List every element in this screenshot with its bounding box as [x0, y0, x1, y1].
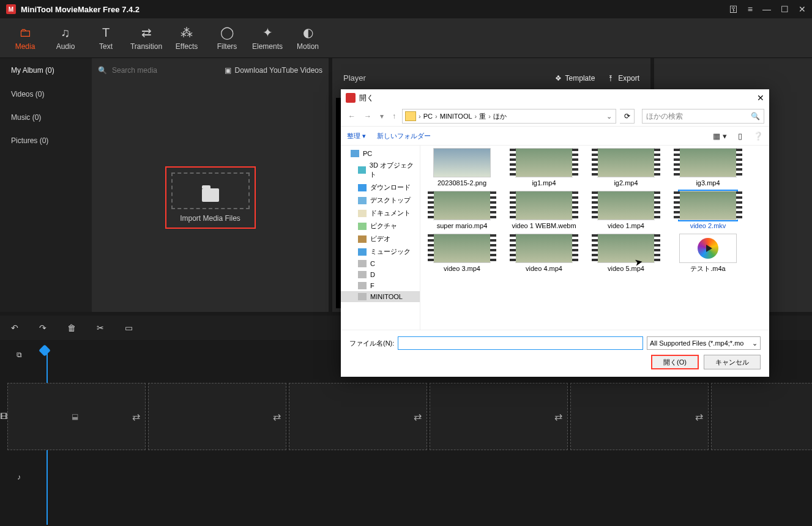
address-bar[interactable]: ›PC ›MINITOOL ›重 ›ほか ⌄	[402, 109, 616, 124]
file-item[interactable]: video 2.mkv	[671, 191, 745, 230]
tree-item-video[interactable]: ビデオ	[341, 232, 420, 245]
sidebar-item-pictures[interactable]: Pictures (0)	[11, 136, 81, 145]
add-track-icon[interactable]: ⧉	[17, 350, 22, 359]
tab-media[interactable]: 🗀Media	[5, 18, 45, 57]
template-button[interactable]: ❖Template	[555, 74, 595, 83]
clip-slot[interactable]: ⇄	[711, 383, 812, 450]
help-icon[interactable]: ❔	[753, 132, 763, 141]
tab-transition[interactable]: ⇄Transition	[126, 18, 166, 57]
file-open-dialog: 開く ✕ ← → ▾ ↑ ›PC ›MINITOOL ›重 ›ほか ⌄ ⟳ ほか…	[341, 89, 769, 377]
nav-recent-icon[interactable]: ▾	[378, 112, 386, 120]
crop-icon[interactable]: ▭	[125, 323, 133, 333]
chevron-down-icon: ⌄	[752, 339, 758, 347]
view-menu-icon[interactable]: ▦ ▾	[713, 132, 727, 141]
tab-audio[interactable]: ♫Audio	[45, 18, 86, 57]
sidebar-item-videos[interactable]: Videos (0)	[11, 90, 81, 98]
tree-item-minitool[interactable]: MINITOOL	[341, 291, 420, 302]
file-name: video 5.mp4	[608, 265, 644, 273]
tree-item-document[interactable]: ドキュメント	[341, 207, 420, 220]
audio-track[interactable]	[38, 453, 812, 502]
clip-slot[interactable]: ⇄	[570, 383, 709, 450]
maximize-icon[interactable]: ☐	[781, 4, 789, 14]
file-item[interactable]: video 3.mp4	[425, 234, 499, 273]
tab-effects[interactable]: ⁂Effects	[166, 18, 207, 57]
preview-pane-icon[interactable]: ▯	[738, 132, 742, 141]
tree-item-f[interactable]: F	[341, 280, 420, 291]
youtube-icon: ▣	[225, 66, 231, 75]
my-album-tab[interactable]: My Album (0)	[0, 66, 92, 75]
refresh-icon[interactable]: ⟳	[620, 109, 635, 124]
file-item[interactable]: 20230815-2.png	[425, 148, 499, 187]
tree-item-c[interactable]: C	[341, 258, 420, 269]
transition-slot-icon[interactable]: ⇄	[273, 411, 281, 423]
clip-slot[interactable]: ⬓⇄	[7, 383, 146, 450]
file-item[interactable]: ig2.mp4	[589, 148, 663, 187]
tree-item-d[interactable]: D	[341, 269, 420, 280]
file-item[interactable]: super mario.mp4	[425, 191, 499, 230]
filename-label: ファイル名(N):	[349, 339, 394, 348]
effects-icon: ⁂	[181, 25, 193, 40]
file-item[interactable]: video 5.mp4	[589, 234, 663, 273]
cancel-button[interactable]: キャンセル	[704, 355, 761, 369]
file-item[interactable]: video 1.mp4	[589, 191, 663, 230]
transition-slot-icon[interactable]: ⇄	[554, 411, 562, 423]
file-item[interactable]: テスト.m4a	[671, 234, 745, 273]
download-youtube-button[interactable]: ▣ Download YouTube Videos	[225, 66, 322, 75]
folder-tree[interactable]: PC 3D オブジェクト ダウンロード デスクトップ ドキュメント ピクチャ ビ…	[341, 146, 420, 330]
delete-icon[interactable]: 🗑	[67, 323, 76, 333]
tab-filters[interactable]: ◯Filters	[207, 18, 247, 57]
nav-back-icon[interactable]: ←	[346, 112, 358, 120]
tree-item-picture[interactable]: ピクチャ	[341, 220, 420, 232]
tree-item-pc[interactable]: PC	[341, 148, 420, 159]
import-media-button[interactable]	[171, 172, 250, 209]
tab-motion[interactable]: ◐Motion	[288, 18, 328, 57]
file-filter-dropdown[interactable]: All Supported Files (*.mp4;*.mo⌄	[647, 336, 761, 350]
transition-slot-icon[interactable]: ⇄	[414, 411, 422, 423]
export-button[interactable]: ⭱Export	[607, 74, 639, 83]
clip-slot[interactable]: ⇄	[289, 383, 427, 450]
redo-icon[interactable]: ↷	[39, 323, 47, 333]
dialog-close-icon[interactable]: ✕	[757, 93, 764, 103]
tree-item-download[interactable]: ダウンロード	[341, 181, 420, 194]
undo-icon[interactable]: ↶	[11, 323, 18, 333]
tree-item-desktop[interactable]: デスクトップ	[341, 194, 420, 207]
organize-menu[interactable]: 整理 ▾	[347, 132, 366, 141]
file-item[interactable]: video 1 WEBM.webm	[507, 191, 581, 230]
tab-elements[interactable]: ✦Elements	[247, 18, 288, 57]
minimize-icon[interactable]: —	[762, 4, 771, 14]
tree-item-3d[interactable]: 3D オブジェクト	[341, 159, 420, 181]
video-thumb-icon	[433, 234, 491, 263]
file-item[interactable]: ig1.mp4	[507, 148, 581, 187]
player-title: Player	[343, 73, 543, 83]
nav-forward-icon[interactable]: →	[362, 112, 374, 120]
transition-slot-icon[interactable]: ⇄	[132, 411, 140, 423]
file-name: ig1.mp4	[532, 179, 556, 187]
close-icon[interactable]: ✕	[799, 4, 806, 14]
video-thumb-icon	[679, 191, 737, 220]
search-input[interactable]	[112, 66, 220, 75]
sidebar-item-music[interactable]: Music (0)	[11, 113, 81, 122]
key-icon[interactable]: ⚿	[729, 4, 738, 14]
nav-up-icon[interactable]: ↑	[390, 112, 398, 120]
filename-input[interactable]	[398, 336, 643, 350]
split-icon[interactable]: ✂	[97, 323, 104, 333]
hamburger-icon[interactable]: ≡	[748, 4, 753, 14]
file-item[interactable]: video 4.mp4	[507, 234, 581, 273]
chevron-down-icon[interactable]: ⌄	[605, 113, 613, 120]
video-track-icon: 🎞	[0, 412, 7, 421]
transition-slot-icon[interactable]: ⇄	[695, 411, 703, 423]
new-folder-button[interactable]: 新しいフォルダー	[377, 132, 431, 141]
open-button[interactable]: 開く(O)	[651, 355, 699, 369]
clip-slot[interactable]: ⇄	[430, 383, 568, 450]
main-tabs: 🗀Media ♫Audio TText ⇄Transition ⁂Effects…	[0, 18, 812, 58]
tab-text[interactable]: TText	[86, 18, 126, 57]
clip-slot[interactable]: ⇄	[148, 383, 286, 450]
dialog-title: 開く	[359, 93, 753, 103]
file-item[interactable]: ig3.mp4	[671, 148, 745, 187]
video-track[interactable]: ⬓⇄ ⇄ ⇄ ⇄ ⇄ ⇄	[7, 380, 812, 453]
file-list[interactable]: 20230815-2.pngig1.mp4ig2.mp4ig3.mp4super…	[420, 146, 769, 330]
playhead[interactable]	[40, 346, 49, 355]
dialog-search-input[interactable]: ほかの検索🔍	[642, 109, 764, 124]
import-label: Import Media Files	[171, 214, 250, 223]
tree-item-music[interactable]: ミュージック	[341, 245, 420, 258]
